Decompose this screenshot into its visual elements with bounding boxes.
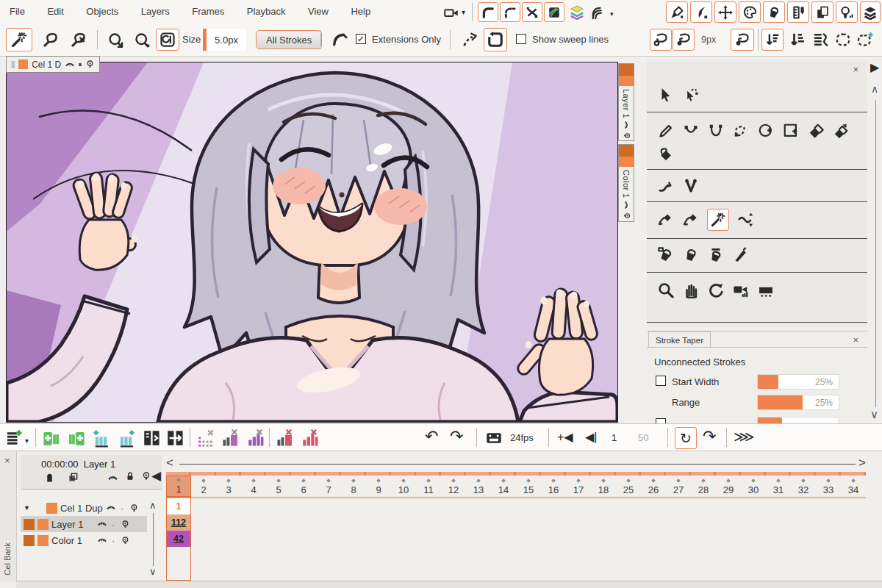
frame-column[interactable]: 13 bbox=[466, 476, 491, 497]
dot-icon[interactable] bbox=[79, 63, 82, 66]
prev-key-icon[interactable]: +◀ bbox=[557, 431, 573, 443]
frame-column[interactable]: 25 bbox=[616, 476, 641, 497]
timeline-ruler-line[interactable] bbox=[179, 464, 856, 465]
dot-icon[interactable]: · bbox=[112, 536, 115, 545]
curve-lock-in-tool[interactable] bbox=[657, 211, 675, 229]
layer-row-color1[interactable]: Color 1 · bbox=[21, 532, 147, 548]
scrollbar-track[interactable] bbox=[875, 100, 876, 407]
size-input[interactable]: 5.0px bbox=[207, 29, 246, 51]
timeline-hscrollbar[interactable] bbox=[16, 581, 882, 588]
frame-column[interactable]: 28 bbox=[691, 476, 716, 497]
show-sweep-checkbox[interactable] bbox=[516, 34, 526, 44]
dot-icon[interactable]: · bbox=[121, 503, 123, 513]
fill-rect-tool[interactable] bbox=[657, 246, 675, 264]
menu-objects[interactable]: Objects bbox=[76, 0, 128, 17]
dashed-blob-star-button[interactable] bbox=[856, 30, 875, 49]
frame-column[interactable]: 27 bbox=[666, 476, 691, 497]
scroll-left-icon[interactable]: < bbox=[166, 456, 173, 470]
wave-adjust-tool[interactable] bbox=[736, 211, 754, 229]
select-cursor-tool[interactable] bbox=[657, 86, 675, 104]
scroll-up-icon[interactable]: ∧ bbox=[149, 500, 157, 511]
delete-cel-magenta-button[interactable] bbox=[220, 428, 241, 448]
drawing-canvas[interactable] bbox=[6, 62, 618, 423]
boxed-rotate-button[interactable] bbox=[156, 29, 179, 51]
frame-column[interactable]: 14 bbox=[491, 476, 516, 497]
corner-dashed-button[interactable] bbox=[500, 2, 520, 22]
lasso-dot-button[interactable] bbox=[731, 29, 754, 51]
side-tab-color1[interactable]: Color 1 bbox=[618, 144, 634, 222]
rotate-curve-dot-button[interactable] bbox=[132, 30, 151, 49]
frame-column[interactable]: 10 bbox=[391, 476, 416, 497]
frame-column[interactable]: 18 bbox=[591, 476, 616, 497]
frame-column[interactable]: 26 bbox=[641, 476, 666, 497]
fps-film-button[interactable] bbox=[484, 428, 504, 448]
eraser-strokes-tool[interactable] bbox=[832, 122, 850, 140]
stroke-taper-tab[interactable]: Stroke Taper bbox=[648, 331, 711, 348]
frame-column[interactable]: 34 bbox=[841, 476, 866, 497]
lasso-open-button[interactable] bbox=[650, 29, 672, 51]
scroll-right-icon[interactable]: > bbox=[858, 456, 866, 470]
frame-column[interactable]: 15 bbox=[516, 476, 541, 497]
sort-down-button-active[interactable] bbox=[761, 29, 784, 51]
loop-playback-button-active[interactable]: ↻ bbox=[675, 427, 697, 449]
pages-panel-button[interactable] bbox=[811, 1, 833, 23]
menu-view[interactable]: View bbox=[298, 0, 338, 17]
visibility-eye-icon[interactable] bbox=[106, 503, 116, 513]
collapse-left-icon[interactable]: ◀ bbox=[151, 470, 161, 482]
fps-value[interactable]: 24fps bbox=[510, 432, 534, 443]
lasso-closed-button[interactable] bbox=[673, 29, 695, 51]
frame-column[interactable]: 33 bbox=[816, 476, 841, 497]
cel-cell-cel1dup[interactable]: 1 bbox=[166, 498, 191, 514]
dashed-arrow-button[interactable] bbox=[460, 30, 479, 49]
move-panel-button[interactable] bbox=[714, 1, 736, 23]
layer-row-cel1dup[interactable]: ▼ Cel 1 Dup · bbox=[21, 500, 147, 516]
all-strokes-button[interactable]: All Strokes bbox=[256, 30, 322, 49]
loop-box-button-active[interactable] bbox=[484, 28, 507, 51]
frame-column[interactable]: 1 bbox=[166, 476, 191, 497]
frame-column[interactable]: 4 bbox=[241, 476, 266, 497]
curve-points-tool[interactable] bbox=[682, 122, 700, 140]
close-icon[interactable]: × bbox=[853, 65, 858, 74]
rotate-curve-button[interactable] bbox=[106, 30, 125, 49]
magic-wand-tool-active[interactable] bbox=[707, 209, 729, 231]
magic-wand-button-active[interactable] bbox=[6, 28, 32, 51]
start-width-slider[interactable]: 25% bbox=[757, 374, 839, 390]
frame-column[interactable]: 8 bbox=[341, 476, 366, 497]
palette-panel-button[interactable] bbox=[739, 1, 761, 23]
snap-cut-button[interactable] bbox=[522, 2, 542, 22]
light-table-bulb-icon[interactable] bbox=[121, 536, 130, 545]
close-icon[interactable]: × bbox=[4, 456, 10, 465]
frame-column[interactable]: 12 bbox=[441, 476, 466, 497]
frame-column[interactable]: 6 bbox=[291, 476, 316, 497]
concentric-arcs-button[interactable] bbox=[589, 3, 609, 22]
rect-add-tool[interactable] bbox=[782, 122, 800, 140]
pencil-tool[interactable] bbox=[657, 122, 675, 140]
fill-panel-button[interactable] bbox=[763, 1, 785, 23]
curve-tool-button[interactable] bbox=[690, 1, 712, 23]
circle-add-tool[interactable] bbox=[757, 122, 775, 140]
layers-icon[interactable] bbox=[68, 472, 79, 483]
layer-row-layer1-selected[interactable]: Layer 1 · bbox=[21, 516, 147, 532]
menu-file[interactable]: File bbox=[0, 0, 35, 17]
menu-edit[interactable]: Edit bbox=[37, 0, 73, 17]
side-tab-layer1[interactable]: Layer 1 bbox=[618, 63, 634, 141]
frame-column[interactable]: 11 bbox=[416, 476, 441, 497]
visibility-eye-icon[interactable] bbox=[622, 201, 631, 209]
pen-loop-button[interactable] bbox=[41, 30, 60, 49]
new-cel-button[interactable] bbox=[4, 428, 24, 447]
visibility-eye-icon[interactable] bbox=[97, 519, 107, 529]
cel-tab[interactable]: || Cel 1 D bbox=[6, 56, 100, 73]
prev-frame-icon[interactable]: ◀| bbox=[585, 431, 597, 443]
add-cel-after-button[interactable] bbox=[66, 428, 87, 448]
frame-column[interactable]: 3 bbox=[216, 476, 241, 497]
ucurve-points-tool[interactable] bbox=[707, 122, 725, 140]
undo-icon[interactable]: ↶ bbox=[425, 429, 438, 445]
fill-tool[interactable] bbox=[682, 246, 700, 264]
add-frame-before-button[interactable] bbox=[91, 428, 112, 448]
camera-tool[interactable] bbox=[732, 282, 750, 299]
current-frame-value[interactable]: 1 bbox=[612, 432, 617, 443]
dot-icon[interactable]: · bbox=[112, 520, 115, 529]
frame-column[interactable]: 30 bbox=[741, 476, 766, 497]
lock-icon[interactable] bbox=[125, 471, 135, 481]
onion-skin-icon[interactable] bbox=[44, 472, 55, 483]
